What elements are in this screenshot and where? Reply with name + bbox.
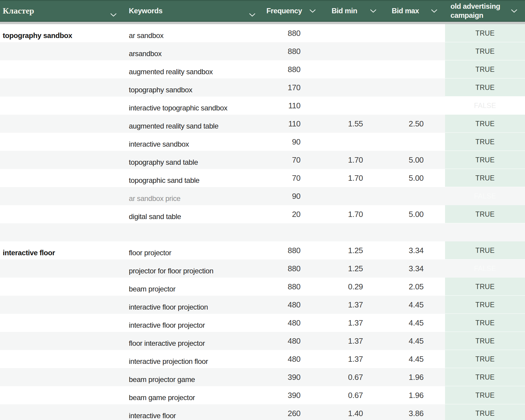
frequency-cell[interactable]: 90	[259, 187, 319, 205]
bid-max-cell[interactable]: 2.05	[380, 278, 445, 296]
bid-min-cell[interactable]	[319, 97, 380, 115]
keyword-cell[interactable]: interactive projection floor	[124, 350, 259, 368]
keyword-cell[interactable]: interactive topographic sandbox	[124, 97, 259, 115]
cluster-cell[interactable]	[0, 332, 124, 350]
bid-max-cell[interactable]	[380, 223, 445, 241]
keyword-cell[interactable]: beam projector	[124, 278, 259, 296]
keyword-cell[interactable]: digital sand table	[124, 205, 259, 223]
bid-min-cell[interactable]: 1.37	[319, 296, 380, 314]
keyword-cell[interactable]: arsandbox	[124, 42, 259, 60]
bid-max-cell[interactable]: 4.45	[380, 332, 445, 350]
cluster-cell[interactable]	[0, 278, 124, 296]
bid-max-cell[interactable]	[380, 133, 445, 151]
keywords-filter-chevron-down-icon[interactable]	[249, 13, 255, 17]
keyword-cell[interactable]: interactive floor	[124, 404, 259, 420]
frequency-cell[interactable]: 70	[259, 151, 319, 169]
campaign-cell[interactable]: TRUE	[445, 133, 525, 151]
cluster-cell[interactable]	[0, 97, 124, 115]
bid-max-cell[interactable]	[380, 187, 445, 205]
frequency-cell[interactable]: 880	[259, 24, 319, 42]
cluster-cell[interactable]	[0, 404, 124, 420]
bid-max-cell[interactable]	[380, 42, 445, 60]
bid-max-cell[interactable]: 4.45	[380, 314, 445, 332]
cluster-cell[interactable]	[0, 386, 124, 404]
bid-min-cell[interactable]: 1.70	[319, 205, 380, 223]
frequency-cell[interactable]: 70	[259, 169, 319, 187]
frequency-cell[interactable]: 110	[259, 97, 319, 115]
campaign-cell[interactable]: TRUE	[445, 78, 525, 97]
column-header-bid-max[interactable]: Bid max	[380, 0, 445, 22]
campaign-cell[interactable]: FALSE	[445, 259, 525, 278]
keyword-cell[interactable]: topography sandbox	[124, 78, 259, 97]
cluster-cell[interactable]	[0, 259, 124, 278]
bid-min-cell[interactable]	[319, 78, 380, 97]
column-header-bid-min[interactable]: Bid min	[319, 0, 380, 22]
campaign-cell[interactable]: TRUE	[445, 404, 525, 420]
bid-min-cell[interactable]: 1.37	[319, 350, 380, 368]
frequency-cell[interactable]: 880	[259, 60, 319, 78]
bid-max-cell[interactable]	[380, 24, 445, 42]
frequency-cell[interactable]: 110	[259, 115, 319, 133]
bid-max-cell[interactable]: 3.86	[380, 404, 445, 420]
frequency-cell[interactable]: 480	[259, 332, 319, 350]
frequency-cell[interactable]	[259, 223, 319, 241]
column-header-cluster[interactable]: Кластер	[0, 0, 124, 22]
keyword-cell[interactable]: topography sand table	[124, 151, 259, 169]
bid-min-cell[interactable]: 1.25	[319, 259, 380, 278]
campaign-cell[interactable]: TRUE	[445, 151, 525, 169]
frequency-cell[interactable]: 480	[259, 350, 319, 368]
bid-min-cell[interactable]: 0.29	[319, 278, 380, 296]
frequency-cell[interactable]: 20	[259, 205, 319, 223]
cluster-cell[interactable]	[0, 296, 124, 314]
frequency-cell[interactable]: 170	[259, 78, 319, 97]
campaign-cell[interactable]: TRUE	[445, 60, 525, 78]
campaign-cell[interactable]: TRUE	[445, 42, 525, 60]
bid-max-cell[interactable]: 3.34	[380, 259, 445, 278]
campaign-cell[interactable]: TRUE	[445, 314, 525, 332]
frequency-filter-chevron-down-icon[interactable]	[310, 9, 316, 13]
column-header-frequency[interactable]: Frequency	[259, 0, 319, 22]
campaign-cell[interactable]: FALSE	[445, 187, 525, 205]
campaign-cell[interactable]: TRUE	[445, 350, 525, 368]
cluster-cell[interactable]	[0, 314, 124, 332]
keyword-cell[interactable]: floor interactive projector	[124, 332, 259, 350]
cluster-cell[interactable]: interactive floor	[0, 241, 124, 259]
column-header-old-advertising-campaign[interactable]: old advertising campaign	[445, 0, 525, 22]
keyword-cell[interactable]: ar sandbox	[124, 24, 259, 42]
keyword-cell[interactable]: projector for floor projection	[124, 259, 259, 278]
frequency-cell[interactable]: 90	[259, 133, 319, 151]
frequency-cell[interactable]: 880	[259, 42, 319, 60]
bid-min-cell[interactable]: 1.70	[319, 169, 380, 187]
cluster-cell[interactable]	[0, 151, 124, 169]
bid-min-cell[interactable]: 1.37	[319, 314, 380, 332]
keyword-cell[interactable]: beam game projector	[124, 386, 259, 404]
bid-min-cell[interactable]: 0.67	[319, 386, 380, 404]
frequency-cell[interactable]: 390	[259, 368, 319, 386]
cluster-cell[interactable]: topography sandbox	[0, 24, 124, 42]
bid-max-cell[interactable]	[380, 60, 445, 78]
cluster-cell[interactable]	[0, 223, 124, 241]
keyword-cell[interactable]: augmented reality sandbox	[124, 60, 259, 78]
cluster-cell[interactable]	[0, 42, 124, 60]
bid-max-cell[interactable]: 5.00	[380, 169, 445, 187]
cluster-cell[interactable]	[0, 78, 124, 97]
bid-max-cell[interactable]: 2.50	[380, 115, 445, 133]
bid-min-cell[interactable]	[319, 187, 380, 205]
keyword-cell[interactable]	[124, 223, 259, 241]
cluster-filter-chevron-down-icon[interactable]	[110, 13, 116, 17]
cluster-cell[interactable]	[0, 205, 124, 223]
bid-max-cell[interactable]	[380, 97, 445, 115]
bid-min-filter-chevron-down-icon[interactable]	[370, 9, 376, 13]
bid-min-cell[interactable]	[319, 133, 380, 151]
cluster-cell[interactable]	[0, 350, 124, 368]
bid-min-cell[interactable]	[319, 24, 380, 42]
keyword-cell[interactable]: interactive sandbox	[124, 133, 259, 151]
bid-min-cell[interactable]: 1.55	[319, 115, 380, 133]
cluster-cell[interactable]	[0, 60, 124, 78]
frequency-cell[interactable]: 880	[259, 241, 319, 259]
keyword-cell[interactable]: floor projector	[124, 241, 259, 259]
campaign-cell[interactable]: TRUE	[445, 24, 525, 42]
keyword-cell[interactable]: beam projector game	[124, 368, 259, 386]
campaign-cell[interactable]: TRUE	[445, 115, 525, 133]
frequency-cell[interactable]: 390	[259, 386, 319, 404]
